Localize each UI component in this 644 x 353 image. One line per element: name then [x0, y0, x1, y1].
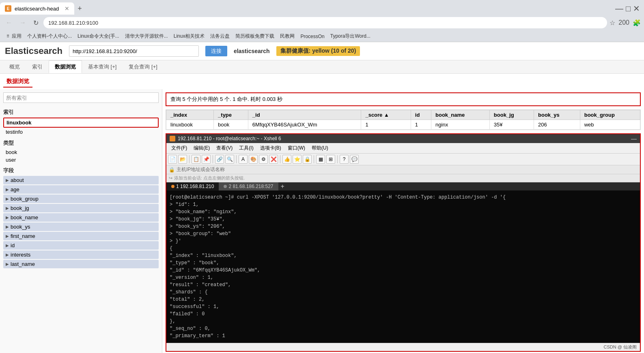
- field-book-ys[interactable]: ▶ book_ys: [3, 222, 159, 231]
- bookmark-8[interactable]: ProcessOn: [299, 33, 326, 40]
- menu-edit[interactable]: 编辑(E): [190, 144, 213, 152]
- tab-bar: E elasticsearch-head ✕ + — □ ✕: [0, 0, 644, 15]
- table-row[interactable]: linuxbook book 6MfqqXYB46SAjukOX_Wm 1 1 …: [166, 120, 640, 130]
- tab-close-button[interactable]: ✕: [65, 5, 69, 12]
- terminal-line-15: "successful" : 1,: [170, 303, 637, 310]
- bookmark-2[interactable]: Linux命令大全(手...: [76, 32, 121, 40]
- col-type[interactable]: _type: [214, 110, 248, 120]
- field-first-name[interactable]: ▶ first_name: [3, 232, 159, 240]
- menu-tools[interactable]: 工具(I): [236, 144, 256, 152]
- es-url-input[interactable]: [69, 45, 199, 57]
- app-header: Elasticsearch 连接 elasticsearch 集群健康值: ye…: [0, 42, 644, 60]
- tab-complex-query[interactable]: 复合查询 [+]: [123, 60, 163, 73]
- col-id-field[interactable]: id: [411, 110, 431, 120]
- toolbar-new[interactable]: 📄: [168, 155, 177, 164]
- field-book-jg[interactable]: ▶ book_jg: [3, 204, 159, 212]
- field-age[interactable]: ▶ age: [3, 185, 159, 194]
- forward-button[interactable]: →: [17, 18, 28, 27]
- tab-basic-query[interactable]: 基本查询 [+]: [82, 60, 123, 73]
- index-search-input[interactable]: [3, 92, 159, 103]
- toolbar-star[interactable]: ⭐: [293, 155, 302, 164]
- field-book-group[interactable]: ▶ book_group: [3, 195, 159, 203]
- bookmark-1[interactable]: 个人资料-个人中心...: [26, 32, 73, 40]
- terminal-line-7: {: [170, 245, 637, 252]
- cell-type: book: [214, 120, 248, 130]
- toolbar-chat[interactable]: 💬: [350, 155, 359, 164]
- index-testinfo[interactable]: testinfo: [3, 128, 159, 136]
- menu-window[interactable]: 窗口(W): [284, 144, 308, 152]
- menu-tabs[interactable]: 选项卡(B): [257, 144, 284, 152]
- extensions-icon[interactable]: 🧩: [633, 19, 641, 27]
- toolbar-sep-6: [337, 155, 338, 163]
- maximize-icon[interactable]: □: [626, 4, 631, 13]
- apps-icon: ⠿: [5, 34, 11, 39]
- xshell-terminal[interactable]: [root@elaticsearch ~]# curl -XPOST '127.…: [166, 190, 640, 343]
- bookmark-7[interactable]: 民教网: [278, 32, 296, 40]
- toolbar-bold[interactable]: ❌: [269, 155, 278, 164]
- xshell-close-button[interactable]: —: [631, 135, 637, 142]
- tab-overview[interactable]: 概览: [3, 60, 26, 73]
- index-label: 索引: [3, 109, 159, 116]
- query-info-text: 查询 5 个分片中用的 5 个. 1 命中. 耗时 0.003 秒: [170, 96, 282, 103]
- toolbar-color[interactable]: 🎨: [249, 155, 258, 164]
- toolbar-lock[interactable]: 🔒: [303, 155, 312, 164]
- refresh-button[interactable]: ↻: [31, 18, 41, 28]
- col-id[interactable]: _id: [248, 110, 361, 120]
- col-index[interactable]: _index: [166, 110, 214, 120]
- bookmark-9[interactable]: Typora导出Word...: [329, 32, 372, 40]
- cell-book-jg: 35¥: [489, 120, 534, 130]
- close-icon[interactable]: ✕: [633, 4, 640, 13]
- col-book-jg[interactable]: book_jg: [489, 110, 534, 120]
- tab-label: elasticsearch-head: [15, 6, 59, 12]
- minimize-icon[interactable]: —: [615, 4, 623, 13]
- bookmark-5[interactable]: 法务云盘: [209, 32, 231, 40]
- col-score[interactable]: _score ▲: [361, 110, 411, 120]
- back-button[interactable]: ←: [3, 18, 15, 27]
- toolbar-grid[interactable]: ⊞: [326, 155, 335, 164]
- active-tab[interactable]: E elasticsearch-head ✕: [0, 2, 74, 15]
- field-about[interactable]: ▶ about: [3, 176, 159, 184]
- connect-button[interactable]: 连接: [205, 46, 227, 56]
- col-book-group[interactable]: book_group: [580, 110, 640, 120]
- new-tab-button[interactable]: +: [74, 4, 85, 13]
- es-label: elasticsearch: [234, 48, 270, 54]
- toolbar-paste[interactable]: 📌: [202, 155, 211, 164]
- field-arrow: ▶: [6, 187, 9, 192]
- terminal-line-1: > "id": 1,: [170, 201, 637, 208]
- toolbar-thumbup[interactable]: 👍: [282, 155, 291, 164]
- toolbar-sep-4: [280, 155, 280, 163]
- field-last-name[interactable]: ▶ last_name: [3, 260, 159, 268]
- xshell-tab-1[interactable]: 1 192.168.81.210: [166, 182, 219, 190]
- menu-help[interactable]: 帮助(U): [308, 144, 332, 152]
- bookmark-3[interactable]: 清华大学开源软件...: [123, 32, 170, 40]
- type-book[interactable]: book: [3, 148, 159, 156]
- xshell-new-tab-button[interactable]: +: [278, 182, 287, 190]
- toolbar-copy[interactable]: 📋: [192, 155, 200, 164]
- menu-view[interactable]: 查看(V): [213, 144, 236, 152]
- col-book-ys[interactable]: book_ys: [534, 110, 580, 120]
- toolbar-settings[interactable]: ⚙: [259, 155, 268, 164]
- col-book-name[interactable]: book_name: [431, 110, 490, 120]
- toolbar-help[interactable]: ?: [340, 155, 349, 164]
- tab-index[interactable]: 索引: [26, 60, 49, 73]
- bookmark-4[interactable]: Linux相关技术: [172, 32, 207, 40]
- type-user[interactable]: user: [3, 156, 159, 164]
- index-linuxbook[interactable]: linuxbook: [3, 118, 159, 128]
- bookmark-6[interactable]: 简历模板免费下载: [234, 32, 276, 40]
- tab-data-browse[interactable]: 数据浏览: [49, 60, 82, 73]
- bookmark-apps[interactable]: ⠿ 应用: [3, 32, 23, 40]
- xshell-tab-2[interactable]: 2 81.68.186.218:527: [219, 182, 278, 190]
- field-id[interactable]: ▶ id: [3, 241, 159, 250]
- address-input[interactable]: [43, 17, 607, 28]
- field-book-name[interactable]: ▶ book_name: [3, 213, 159, 222]
- toolbar-layout[interactable]: ▦: [316, 155, 325, 164]
- field-arrow: ▶: [6, 178, 9, 182]
- toolbar-font[interactable]: A: [239, 155, 248, 164]
- bookmark-icon[interactable]: ☆: [610, 19, 615, 27]
- menu-file[interactable]: 文件(F): [168, 144, 190, 152]
- field-interests[interactable]: ▶ interests: [3, 250, 159, 259]
- toolbar-search[interactable]: 🔍: [225, 155, 234, 164]
- xshell-footer: CSDN @ 仙凌阁: [166, 343, 640, 351]
- toolbar-open[interactable]: 📂: [178, 155, 187, 164]
- toolbar-connect[interactable]: 🔗: [215, 155, 224, 164]
